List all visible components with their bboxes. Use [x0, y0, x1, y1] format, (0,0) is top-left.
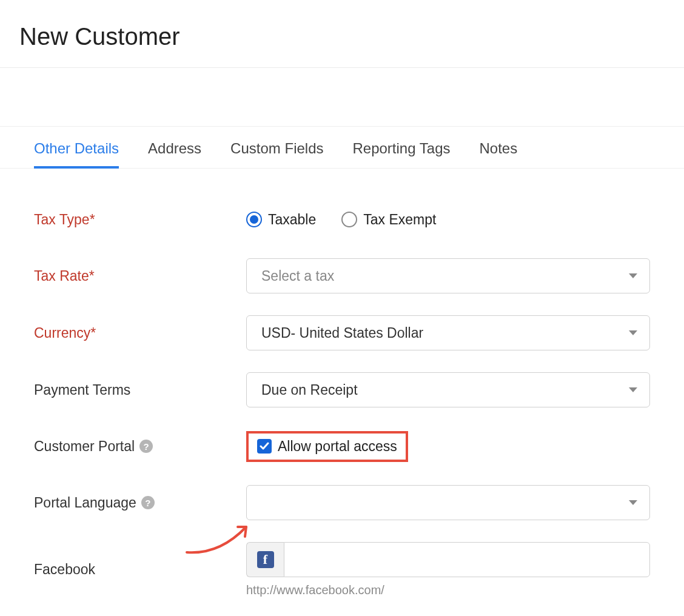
page-title: New Customer	[19, 23, 684, 50]
radio-label: Taxable	[268, 212, 316, 228]
chevron-down-icon	[629, 330, 637, 335]
select-portal-language[interactable]	[246, 485, 650, 520]
radio-taxable[interactable]: Taxable	[246, 212, 316, 228]
label-facebook: Facebook	[34, 561, 246, 578]
label-portal-language: Portal Language ?	[34, 495, 246, 511]
radio-icon	[246, 212, 262, 227]
checkmark-icon	[257, 439, 272, 454]
tab-other-details[interactable]: Other Details	[34, 127, 119, 168]
tab-bar: Other Details Address Custom Fields Repo…	[0, 126, 684, 169]
tab-label: Custom Fields	[230, 140, 323, 156]
chevron-down-icon	[629, 273, 637, 278]
select-value: USD- United States Dollar	[261, 325, 423, 341]
form-other-details: Tax Type* Taxable Tax Exempt Tax Rate*	[0, 169, 684, 616]
help-icon[interactable]: ?	[141, 496, 155, 509]
radio-icon	[341, 212, 357, 227]
select-tax-rate[interactable]: Select a tax	[246, 258, 650, 293]
radio-label: Tax Exempt	[363, 212, 436, 228]
chevron-down-icon	[629, 500, 637, 505]
help-icon[interactable]: ?	[139, 440, 153, 453]
label-tax-rate: Tax Rate*	[34, 268, 246, 284]
label-payment-terms: Payment Terms	[34, 382, 246, 398]
select-payment-terms[interactable]: Due on Receipt	[246, 372, 650, 407]
tab-label: Other Details	[34, 140, 119, 156]
label-customer-portal: Customer Portal ?	[34, 438, 246, 455]
label-tax-type: Tax Type*	[34, 212, 246, 228]
annotation-highlight: Allow portal access	[246, 431, 408, 462]
checkbox-label: Allow portal access	[278, 438, 397, 455]
tab-label: Notes	[479, 140, 517, 156]
tab-reporting-tags[interactable]: Reporting Tags	[352, 127, 450, 168]
radio-tax-exempt[interactable]: Tax Exempt	[341, 212, 436, 228]
checkbox-allow-portal-access[interactable]: Allow portal access	[257, 438, 397, 455]
select-currency[interactable]: USD- United States Dollar	[246, 315, 650, 350]
tab-custom-fields[interactable]: Custom Fields	[230, 127, 323, 168]
facebook-icon: f	[257, 551, 274, 568]
select-value: Due on Receipt	[261, 382, 358, 398]
chevron-down-icon	[629, 387, 637, 392]
tax-type-radio-group: Taxable Tax Exempt	[246, 212, 650, 228]
facebook-hint: http://www.facebook.com/	[246, 583, 650, 597]
label-currency: Currency*	[34, 325, 246, 341]
facebook-addon: f	[246, 542, 284, 577]
tab-address[interactable]: Address	[148, 127, 201, 168]
select-placeholder: Select a tax	[261, 268, 334, 284]
facebook-input-group: f	[246, 542, 650, 577]
tab-label: Reporting Tags	[352, 140, 450, 156]
tab-label: Address	[148, 140, 201, 156]
page-header: New Customer	[0, 0, 684, 68]
facebook-input[interactable]	[284, 542, 650, 577]
tab-notes[interactable]: Notes	[479, 127, 517, 168]
